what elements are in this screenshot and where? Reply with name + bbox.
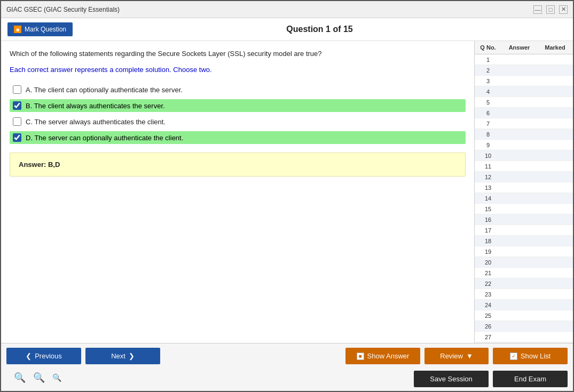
sidebar-row[interactable]: 22	[475, 278, 573, 289]
show-list-label: Show List	[521, 352, 551, 360]
sidebar-cell-num: 8	[475, 131, 501, 138]
answer-box: Answer: B,D	[10, 153, 466, 177]
sidebar-row[interactable]: 18	[475, 236, 573, 246]
sidebar-col-qno: Q No.	[475, 43, 501, 52]
sidebar-cell-num: 9	[475, 142, 501, 148]
question-instruction: Each correct answer represents a complet…	[10, 65, 466, 75]
option-a-label: A. The client can optionally authenticat…	[26, 86, 183, 94]
sidebar-cell-num: 11	[475, 163, 501, 170]
minimize-button[interactable]: —	[533, 5, 542, 14]
sidebar-col-marked: Marked	[537, 43, 573, 52]
option-b: B. The client always authenticates the s…	[10, 99, 466, 112]
sidebar-cell-num: 7	[475, 121, 501, 127]
end-exam-button[interactable]: End Exam	[493, 371, 568, 387]
question-title: Question 1 of 15	[73, 25, 567, 34]
sidebar-cell-num: 16	[475, 217, 501, 223]
option-a-checkbox[interactable]	[13, 85, 21, 94]
sidebar-cell-num: 26	[475, 323, 501, 330]
show-list-button[interactable]: ✓ Show List	[493, 348, 568, 364]
close-button[interactable]: ✕	[559, 5, 568, 14]
question-text: Which of the following statements regard…	[10, 49, 466, 59]
sidebar-cell-num: 23	[475, 291, 501, 298]
sidebar-row[interactable]: 16	[475, 214, 573, 225]
review-button[interactable]: Review ▼	[424, 348, 489, 364]
show-answer-label: Show Answer	[367, 352, 410, 360]
sidebar-cell-num: 22	[475, 281, 501, 287]
review-arrow-icon: ▼	[466, 352, 473, 360]
next-button[interactable]: Next	[85, 348, 160, 364]
mark-checkbox-icon: ■	[14, 26, 21, 33]
next-label: Next	[111, 352, 125, 360]
maximize-button[interactable]: □	[546, 5, 555, 14]
sidebar-cell-num: 25	[475, 313, 501, 319]
sidebar-row[interactable]: 11	[475, 161, 573, 172]
sidebar-row[interactable]: 19	[475, 246, 573, 257]
option-c-checkbox[interactable]	[13, 117, 21, 126]
zoom-controls: 🔍 🔍 🔍	[6, 369, 69, 389]
sidebar-header: Q No. Answer Marked	[475, 41, 573, 54]
sidebar-row[interactable]: 10	[475, 150, 573, 161]
sidebar-cell-num: 12	[475, 174, 501, 180]
save-session-button[interactable]: Save Session	[414, 371, 489, 387]
sidebar-row[interactable]: 20	[475, 257, 573, 268]
sidebar-row[interactable]: 26	[475, 321, 573, 332]
sidebar-row[interactable]: 7	[475, 118, 573, 129]
sidebar-row[interactable]: 5	[475, 97, 573, 108]
previous-arrow-icon	[26, 352, 32, 360]
sidebar-row[interactable]: 14	[475, 193, 573, 204]
previous-label: Previous	[35, 352, 62, 360]
sidebar-cell-num: 2	[475, 67, 501, 74]
answer-text: Answer: B,D	[19, 161, 60, 169]
sidebar-list[interactable]: 1 2 3 4 5 6 7 8	[475, 54, 573, 343]
sidebar-row[interactable]: 2	[475, 65, 573, 76]
previous-button[interactable]: Previous	[6, 348, 81, 364]
sidebar-row[interactable]: 27	[475, 332, 573, 342]
content-area: Which of the following statements regard…	[1, 41, 573, 343]
sidebar-row[interactable]: 8	[475, 129, 573, 140]
main-container: ■ Mark Question Question 1 of 15 Which o…	[1, 18, 573, 392]
sidebar-row[interactable]: 9	[475, 140, 573, 150]
sidebar-row[interactable]: 3	[475, 76, 573, 86]
option-b-label: B. The client always authenticates the s…	[26, 102, 165, 110]
option-d: D. The server can optionally authenticat…	[10, 131, 466, 144]
show-answer-button[interactable]: ■ Show Answer	[345, 348, 420, 364]
zoom-out-small-button[interactable]: 🔍	[12, 371, 28, 385]
option-d-checkbox[interactable]	[13, 133, 21, 142]
sidebar-row[interactable]: 23	[475, 289, 573, 300]
show-list-checkbox-icon: ✓	[510, 353, 517, 360]
mark-question-button[interactable]: ■ Mark Question	[7, 22, 73, 36]
sidebar-cell-num: 24	[475, 302, 501, 308]
sidebar-row[interactable]: 13	[475, 182, 573, 193]
zoom-in-button[interactable]: 🔍	[50, 372, 64, 383]
sidebar: Q No. Answer Marked 1 2 3 4 5	[474, 41, 573, 343]
options-list: A. The client can optionally authenticat…	[10, 83, 466, 144]
title-bar: GIAC GSEC (GIAC Security Essentials) — □…	[1, 1, 573, 18]
sidebar-row[interactable]: 17	[475, 225, 573, 236]
sidebar-row[interactable]: 21	[475, 268, 573, 278]
sidebar-cell-num: 10	[475, 153, 501, 159]
sidebar-cell-num: 3	[475, 78, 501, 84]
question-panel: Which of the following statements regard…	[1, 41, 474, 343]
next-arrow-icon	[129, 352, 135, 360]
zoom-reset-button[interactable]: 🔍	[31, 371, 47, 385]
mark-question-label: Mark Question	[25, 26, 66, 33]
sidebar-cell-num: 20	[475, 259, 501, 266]
sidebar-row[interactable]: 4	[475, 86, 573, 97]
sidebar-row[interactable]: 12	[475, 172, 573, 182]
show-answer-checkbox-icon: ■	[357, 353, 364, 360]
sidebar-col-answer: Answer	[501, 43, 537, 52]
title-bar-controls: — □ ✕	[533, 5, 568, 14]
sidebar-cell-num: 5	[475, 99, 501, 106]
header-row: ■ Mark Question Question 1 of 15	[1, 18, 573, 41]
option-c: C. The server always authenticates the c…	[10, 115, 466, 128]
sidebar-cell-num: 6	[475, 110, 501, 116]
sidebar-row[interactable]: 15	[475, 204, 573, 214]
sidebar-cell-num: 1	[475, 57, 501, 63]
sidebar-cell-num: 14	[475, 195, 501, 202]
bottom-buttons: Previous Next ■ Show Answer Review ▼ ✓ S…	[1, 343, 573, 369]
sidebar-row[interactable]: 1	[475, 54, 573, 65]
sidebar-row[interactable]: 24	[475, 300, 573, 310]
option-b-checkbox[interactable]	[13, 101, 21, 110]
sidebar-row[interactable]: 25	[475, 310, 573, 321]
sidebar-row[interactable]: 6	[475, 108, 573, 118]
